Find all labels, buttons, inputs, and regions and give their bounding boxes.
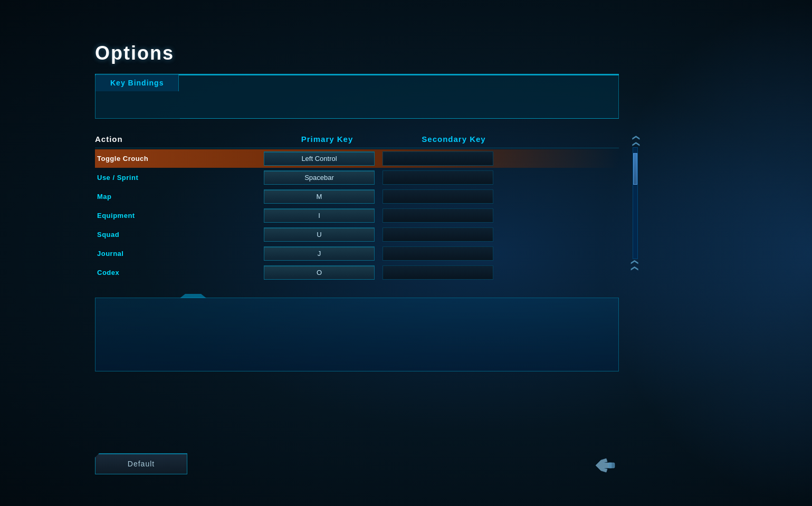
top-panel: Key Bindings xyxy=(95,74,619,119)
default-button[interactable]: Default xyxy=(95,453,187,474)
page-container: Options Key Bindings Action Primary Key … xyxy=(95,42,570,371)
row-action-label: Toggle Crouch xyxy=(95,155,264,163)
table-row[interactable]: Use / Sprint Spacebar xyxy=(95,168,619,187)
secondary-key-button[interactable] xyxy=(383,227,493,242)
row-action-label: Equipment xyxy=(95,212,264,219)
table-row[interactable]: Map M xyxy=(95,187,619,206)
nav-icons xyxy=(596,457,622,477)
secondary-key-button[interactable] xyxy=(383,170,493,185)
table-header: Action Primary Key Secondary Key xyxy=(95,135,619,148)
secondary-key-button[interactable] xyxy=(383,246,493,261)
tab-key-bindings[interactable]: Key Bindings xyxy=(95,74,179,91)
scroll-thumb[interactable] xyxy=(633,153,637,185)
scroll-up-arrows[interactable]: ❯ ❯ xyxy=(632,135,638,147)
primary-key-button[interactable]: U xyxy=(264,227,375,242)
header-primary: Primary Key xyxy=(264,135,390,144)
primary-key-button[interactable]: M xyxy=(264,189,375,204)
scroll-track[interactable] xyxy=(633,147,638,259)
secondary-key-button[interactable] xyxy=(383,208,493,223)
table-row[interactable]: Squad U xyxy=(95,225,619,244)
row-action-label: Journal xyxy=(95,250,264,257)
row-action-label: Squad xyxy=(95,231,264,238)
primary-key-button[interactable]: I xyxy=(264,208,375,223)
row-action-label: Codex xyxy=(95,269,264,276)
primary-key-button[interactable]: Left Control xyxy=(264,151,375,166)
table-row[interactable]: Journal J xyxy=(95,244,619,263)
table-row[interactable]: Toggle Crouch Left Control xyxy=(95,149,619,168)
primary-key-button[interactable]: Spacebar xyxy=(264,170,375,185)
secondary-key-button[interactable] xyxy=(383,189,493,204)
back-icon[interactable] xyxy=(596,457,622,477)
primary-key-button[interactable]: J xyxy=(264,246,375,261)
secondary-key-button[interactable] xyxy=(383,151,493,166)
svg-rect-1 xyxy=(608,463,615,468)
header-secondary: Secondary Key xyxy=(390,135,517,144)
secondary-key-button[interactable] xyxy=(383,265,493,280)
table-row[interactable]: Equipment I xyxy=(95,206,619,225)
scrollbar[interactable]: ❯ ❯ ❮ ❮ xyxy=(628,135,643,272)
info-panel xyxy=(95,298,619,371)
row-action-label: Use / Sprint xyxy=(95,174,264,182)
row-action-label: Map xyxy=(95,193,264,201)
primary-key-button[interactable]: O xyxy=(264,265,375,280)
table-row[interactable]: Codex O xyxy=(95,263,619,282)
page-title: Options xyxy=(95,42,570,64)
table-container: Action Primary Key Secondary Key Toggle … xyxy=(95,135,619,282)
header-action: Action xyxy=(95,135,264,144)
scroll-down-arrows[interactable]: ❮ ❮ xyxy=(632,259,638,272)
